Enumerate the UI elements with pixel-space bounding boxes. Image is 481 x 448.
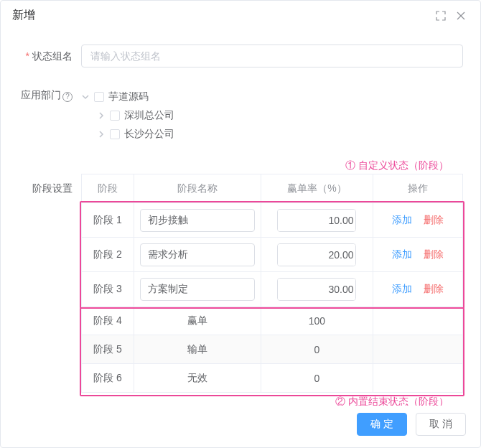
cell-rate [261, 238, 373, 272]
tree-checkbox-child-0[interactable] [110, 111, 120, 121]
tree-label-root: 芋道源码 [108, 90, 149, 103]
table-row: 阶段 1 添加 删除 [82, 203, 463, 238]
phase-config-label: 阶段设置 [18, 159, 81, 200]
cell-name: 无效 [134, 364, 261, 393]
win-rate-stepper[interactable] [277, 278, 356, 301]
annotation-custom: ① 自定义状态（阶段） [81, 159, 463, 172]
table-row: 阶段 5 输单 0 [82, 335, 463, 364]
tree-label-child-1: 长沙分公司 [124, 128, 174, 141]
cell-rate [261, 203, 373, 238]
department-tree: 芋道源码 深圳总公司 长沙分公司 [81, 83, 463, 144]
add-link[interactable]: 添加 [392, 283, 412, 294]
cell-name [134, 238, 261, 272]
table-row: 阶段 2 添加 删除 [82, 238, 463, 272]
cell-name [134, 272, 261, 307]
cell-action [373, 364, 463, 393]
cell-phase: 阶段 2 [82, 238, 134, 272]
win-rate-stepper[interactable] [277, 209, 356, 232]
phase-name-input[interactable] [140, 278, 255, 301]
cell-rate: 100 [261, 307, 373, 335]
table-row: 阶段 4 赢单 100 [82, 307, 463, 335]
add-link[interactable]: 添加 [392, 248, 412, 260]
dialog: 新增 状态组名 应用部门? [0, 0, 481, 448]
add-link[interactable]: 添加 [392, 214, 412, 225]
dialog-header-actions [436, 11, 466, 21]
cell-action: 添加 删除 [373, 272, 463, 307]
th-phase: 阶段 [82, 174, 134, 203]
state-group-name-input[interactable] [81, 45, 463, 67]
dialog-footer: 确 定 取 消 [1, 406, 480, 447]
dialog-body: 状态组名 应用部门? 芋道源码 [1, 30, 480, 406]
dialog-header: 新增 [1, 1, 480, 30]
th-rate: 赢单率（%） [261, 174, 373, 203]
phase-table-wrap: 阶段 阶段名称 赢单率（%） 操作 阶段 1 [81, 174, 463, 393]
th-action: 操作 [373, 174, 463, 203]
annotation-builtin: ② 内置结束状态（阶段） [81, 396, 463, 406]
cell-name: 赢单 [134, 307, 261, 335]
form-item-state-group-name: 状态组名 [18, 45, 463, 67]
form-item-department: 应用部门? 芋道源码 深圳总公司 [18, 83, 463, 144]
chevron-right-icon[interactable] [97, 111, 106, 120]
department-label-text: 应用部门 [21, 89, 61, 101]
tree-node-child-1[interactable]: 长沙分公司 [81, 125, 463, 144]
table-header-row: 阶段 阶段名称 赢单率（%） 操作 [82, 174, 463, 203]
tree-checkbox-root[interactable] [94, 92, 104, 102]
win-rate-stepper[interactable] [277, 243, 356, 266]
delete-link[interactable]: 删除 [424, 248, 444, 260]
cell-phase: 阶段 5 [82, 335, 134, 364]
chevron-right-icon[interactable] [97, 130, 106, 139]
delete-link[interactable]: 删除 [424, 283, 444, 294]
close-icon[interactable] [456, 11, 466, 21]
phase-name-input[interactable] [140, 209, 255, 232]
tree-node-root[interactable]: 芋道源码 [81, 88, 463, 106]
cell-rate: 0 [261, 335, 373, 364]
dialog-title: 新增 [12, 8, 35, 23]
form-item-phase-config: 阶段设置 ① 自定义状态（阶段） 阶段 阶段名称 赢单率（%） 操作 [18, 159, 463, 406]
win-rate-input[interactable] [278, 279, 356, 300]
cell-action [373, 335, 463, 364]
tree-label-child-0: 深圳总公司 [124, 109, 174, 122]
win-rate-input[interactable] [278, 210, 356, 231]
tree-node-child-0[interactable]: 深圳总公司 [81, 106, 463, 125]
fullscreen-icon[interactable] [436, 11, 446, 21]
cell-phase: 阶段 1 [82, 203, 134, 238]
cell-action: 添加 删除 [373, 203, 463, 238]
table-row: 阶段 6 无效 0 [82, 364, 463, 393]
tree-checkbox-child-1[interactable] [110, 129, 120, 139]
phase-name-input[interactable] [140, 243, 255, 266]
cell-name: 输单 [134, 335, 261, 364]
state-group-name-label: 状态组名 [18, 45, 81, 67]
table-row: 阶段 3 添加 删除 [82, 272, 463, 307]
cell-phase: 阶段 4 [82, 307, 134, 335]
th-name: 阶段名称 [134, 174, 261, 203]
cell-action [373, 307, 463, 335]
cancel-button[interactable]: 取 消 [416, 413, 466, 436]
cell-phase: 阶段 6 [82, 364, 134, 393]
delete-link[interactable]: 删除 [424, 214, 444, 225]
cell-rate: 0 [261, 364, 373, 393]
help-icon[interactable]: ? [62, 92, 73, 102]
phase-table: 阶段 阶段名称 赢单率（%） 操作 阶段 1 [81, 174, 463, 393]
confirm-button[interactable]: 确 定 [357, 413, 407, 436]
cell-name [134, 203, 261, 238]
department-label: 应用部门? [18, 83, 81, 106]
cell-action: 添加 删除 [373, 238, 463, 272]
chevron-down-icon[interactable] [81, 93, 90, 101]
win-rate-input[interactable] [278, 244, 356, 266]
cell-rate [261, 272, 373, 307]
cell-phase: 阶段 3 [82, 272, 134, 307]
